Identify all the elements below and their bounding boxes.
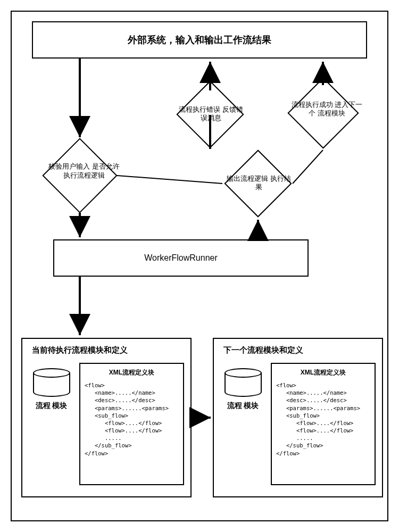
next-xml-code: <flow> <name>.....</name> <desc>.....</d… [276,381,370,457]
success-next-label: 流程执行成功 进入下一个 流程模块 [291,101,364,118]
current-db-label: 流程 模块 [36,401,68,410]
current-xml-box: XML流程定义块 <flow> <name>.....</name> <desc… [79,363,184,485]
next-db-label: 流程 模块 [227,401,259,410]
next-db-icon: 流程 模块 [220,368,265,410]
next-xml-title: XML流程定义块 [276,368,370,377]
validate-input-label: 校验用户输入 是否允许 执行流程逻辑 [46,162,122,180]
current-module-title: 当前待执行流程模块和定义 [29,345,184,355]
next-module-title: 下一个流程模块和定义 [220,345,376,355]
next-module-container: 下一个流程模块和定义 流程 模块 XML流程定义块 <flow> <name>.… [213,338,383,497]
external-system-box: 外部系统，输入和输出工作流结果 [32,21,367,59]
external-system-label: 外部系统，输入和输出工作流结果 [128,34,271,46]
current-xml-code: <flow> <name>.....</name> <desc>.....</d… [85,381,179,457]
output-result-label: 输出流程逻辑 执行结果 [225,174,293,192]
workerflowrunner-box: WorkerFlowRunner [53,239,309,277]
current-module-container: 当前待执行流程模块和定义 流程 模块 XML流程定义块 <flow> <name… [21,338,192,497]
current-db-icon: 流程 模块 [29,368,74,410]
next-xml-box: XML流程定义块 <flow> <name>.....</name> <desc… [271,363,376,485]
workerflowrunner-label: WorkerFlowRunner [144,253,218,263]
error-feedback-label: 流程执行错误 反馈错误消息 [177,105,245,123]
current-xml-title: XML流程定义块 [85,368,179,377]
